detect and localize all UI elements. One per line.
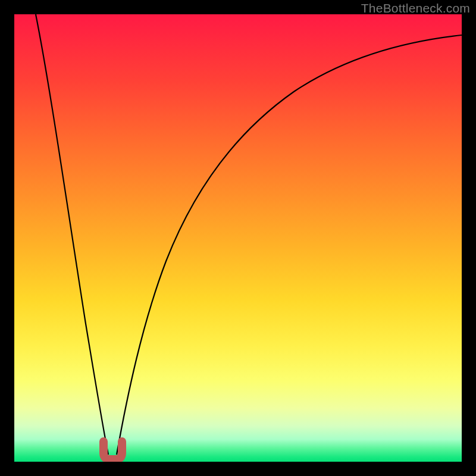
chart-frame: TheBottleneck.com (0, 0, 476, 476)
watermark-text: TheBottleneck.com (361, 1, 470, 15)
bottleneck-curve (14, 14, 462, 462)
minimum-marker (104, 441, 122, 459)
curve-left-branch (36, 14, 108, 455)
u-marker-icon (104, 441, 122, 459)
curve-right-branch (117, 35, 462, 455)
plot-area (14, 14, 462, 462)
